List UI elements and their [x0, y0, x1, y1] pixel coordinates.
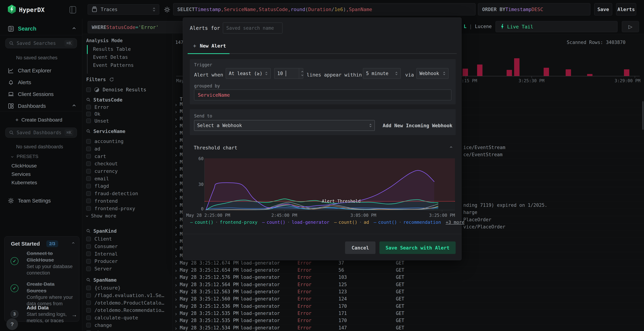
row-expander-icon[interactable]	[175, 187, 176, 194]
row-expander-icon[interactable]	[175, 158, 176, 165]
filter-option[interactable]: cart	[86, 152, 170, 160]
checkbox[interactable]	[86, 206, 91, 211]
row-expander-icon[interactable]	[175, 274, 176, 281]
filter-option[interactable]: accounting	[86, 138, 170, 145]
table-row[interactable]: May 28 3:25:12.560 PM load-generator Err…	[174, 295, 644, 302]
legend-item[interactable]: — count() · frontend-proxy	[190, 220, 258, 225]
number-stepper[interactable]	[299, 68, 303, 79]
checkbox[interactable]	[86, 139, 91, 144]
table-row[interactable]: May 28 3:25:12.654 PM load-generator Err…	[174, 266, 644, 274]
filter-option[interactable]: /flagd.evaluation.v1.Se…	[86, 292, 170, 299]
threshold-chart-plot[interactable]: Alert Threshold	[205, 158, 455, 210]
row-expander-icon[interactable]	[175, 252, 176, 259]
add-webhook-button[interactable]: Add New Incoming Webhook	[383, 123, 452, 128]
checkbox[interactable]	[86, 330, 91, 331]
filter-option[interactable]: checkout	[86, 160, 170, 167]
filter-option[interactable]: Server	[86, 265, 170, 273]
row-expander-icon[interactable]	[175, 238, 176, 245]
histogram-bar[interactable]	[566, 69, 571, 76]
table-row[interactable]: May 28 3:25:12.563 PM load-generator Err…	[174, 288, 644, 295]
create-dashboard-button[interactable]: + Create Dashboard	[0, 114, 82, 126]
checkbox[interactable]	[86, 105, 91, 109]
row-expander-icon[interactable]	[175, 194, 176, 201]
histogram-bar[interactable]	[544, 68, 549, 76]
show-more-button[interactable]: Show more	[86, 212, 170, 220]
row-expander-icon[interactable]	[175, 310, 176, 317]
filter-option[interactable]: frontend-proxy	[86, 205, 170, 212]
checkbox[interactable]	[86, 199, 91, 203]
checkbox[interactable]	[86, 286, 91, 290]
row-expander-icon[interactable]	[175, 295, 176, 303]
filter-option[interactable]: Error	[86, 104, 170, 111]
table-row[interactable]: May 28 3:25:12.535 PM load-generator Err…	[174, 310, 644, 317]
help-button[interactable]: ?	[6, 319, 18, 330]
saved-search-name-input[interactable]	[223, 22, 282, 33]
row-expander-icon[interactable]	[175, 129, 176, 137]
row-expander-icon[interactable]	[175, 245, 176, 252]
row-expander-icon[interactable]	[175, 259, 176, 267]
channel-select[interactable]: Webhook	[416, 68, 448, 79]
sidebar-item-alerts[interactable]: Alerts	[0, 76, 82, 88]
checkbox[interactable]	[86, 87, 91, 92]
row-expander-icon[interactable]	[175, 281, 176, 288]
filter-option[interactable]: Ok	[86, 111, 170, 118]
sidebar-item-client-sessions[interactable]: Client Sessions	[0, 88, 82, 100]
preset-dashboard-item[interactable]: ClickHouse	[12, 162, 76, 170]
get-started-step-1[interactable]: Connect to ClickHouse Set up your databa…	[27, 250, 74, 276]
row-expander-icon[interactable]	[175, 151, 176, 158]
checkbox[interactable]	[86, 252, 91, 256]
table-row[interactable]: May 28 3:25:12.564 PM load-generator Err…	[174, 281, 644, 288]
checkbox[interactable]	[86, 161, 91, 166]
checkbox[interactable]	[86, 147, 91, 151]
table-row[interactable]: May 28 3:25:12.534 PM load-generator Err…	[174, 324, 644, 331]
legend-item[interactable]: — count() · load-generator	[262, 220, 329, 225]
filter-option[interactable]: Producer	[86, 258, 170, 265]
stepper-up-icon[interactable]	[301, 71, 303, 73]
filter-option[interactable]: change	[86, 321, 170, 329]
checkbox[interactable]	[86, 112, 91, 116]
filter-option[interactable]: /oteldemo.ProductCatalo…	[86, 299, 170, 307]
row-expander-icon[interactable]	[175, 101, 176, 108]
chevron-up-icon[interactable]	[72, 242, 74, 245]
condition-select[interactable]: At least (≥)	[226, 68, 271, 79]
get-started-step-3[interactable]: Add Data Start sending logs, metrics, or…	[27, 304, 71, 324]
filter-option[interactable]: fraud-detection	[86, 190, 170, 197]
presets-section-toggle[interactable]: PRESETS	[12, 154, 38, 159]
stepper-down-icon[interactable]	[301, 74, 303, 76]
row-expander-icon[interactable]	[175, 108, 176, 115]
search-icon[interactable]	[86, 98, 90, 102]
row-expander-icon[interactable]	[175, 288, 176, 295]
checkbox[interactable]	[86, 259, 91, 264]
row-expander-icon[interactable]	[175, 144, 176, 151]
arrow-right-icon[interactable]: →	[72, 312, 77, 318]
filter-option[interactable]: {closure}	[86, 284, 170, 292]
row-expander-icon[interactable]	[175, 216, 176, 223]
collapse-chart-chevron-icon[interactable]	[450, 146, 452, 149]
save-search-with-alert-button[interactable]: Save Search with Alert	[380, 242, 456, 254]
row-expander-icon[interactable]	[175, 137, 176, 144]
filter-option[interactable]: Consumer	[86, 243, 170, 250]
checkbox[interactable]	[86, 301, 91, 305]
webhook-select[interactable]: Select a Webhook	[194, 120, 375, 131]
saved-dashboards-input[interactable]: Saved Dashboards ⌘K	[5, 128, 77, 138]
histogram-bar[interactable]	[462, 69, 468, 76]
checkbox[interactable]	[86, 154, 91, 159]
table-row[interactable]: May 28 3:25:12.576 PM load-generator Err…	[174, 274, 644, 281]
checkbox[interactable]	[86, 323, 91, 328]
filter-option[interactable]: Internal	[86, 250, 170, 258]
tab-new-alert[interactable]: + New Alert	[193, 43, 226, 49]
checkbox[interactable]	[86, 293, 91, 298]
refresh-icon[interactable]	[109, 77, 114, 82]
legend-more-link[interactable]: +3 more	[446, 220, 464, 225]
checkbox[interactable]	[86, 176, 91, 181]
filter-option[interactable]: Unset	[86, 117, 170, 124]
row-expander-icon[interactable]	[175, 317, 176, 324]
grouped-by-input[interactable]: ServiceName	[194, 89, 451, 100]
filter-option[interactable]: charge	[86, 329, 170, 331]
interval-select[interactable]: 5 minute	[363, 68, 401, 79]
filter-option[interactable]: calculate-quote	[86, 314, 170, 322]
table-row[interactable]: May 28 3:25:12.536 PM load-generator Err…	[174, 303, 644, 310]
sidebar-item-team-settings[interactable]: Team Settings	[0, 195, 82, 207]
denoise-results-toggle[interactable]: Denoise Results	[86, 87, 146, 92]
row-expander-icon[interactable]	[175, 115, 176, 122]
